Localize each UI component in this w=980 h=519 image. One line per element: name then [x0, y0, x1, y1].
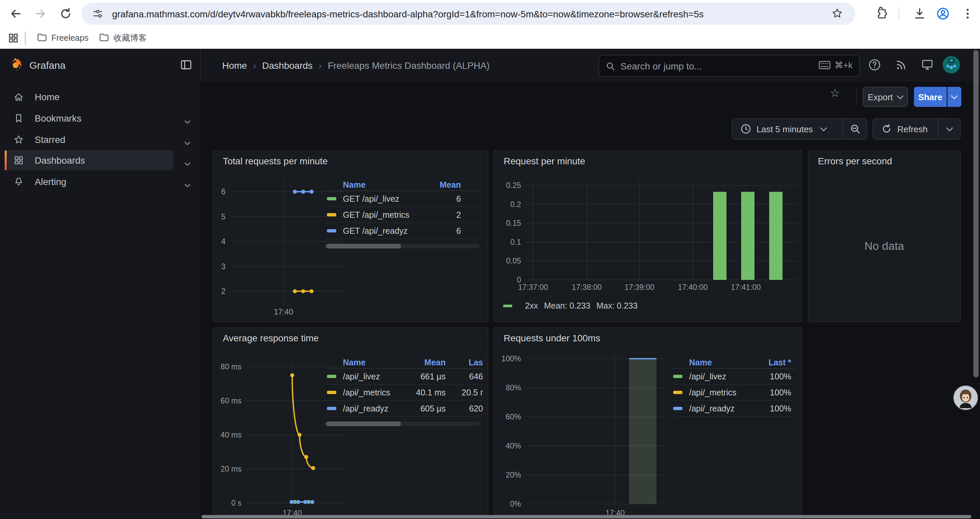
zoom-out-button[interactable]	[843, 119, 867, 139]
refresh-group: Refresh	[873, 118, 961, 140]
sidebar-item-bookmarks[interactable]: Bookmarks	[5, 108, 173, 128]
browser-menu-icon[interactable]	[961, 7, 975, 21]
grafana-logo[interactable]	[8, 57, 23, 73]
extensions-icon[interactable]	[876, 7, 890, 21]
time-range-picker[interactable]: Last 5 minutes	[732, 119, 843, 139]
legend-col-name[interactable]: Name	[327, 180, 424, 189]
legend-row[interactable]: /api/_livez100%	[673, 369, 795, 385]
legend-series-name: 2xx	[525, 301, 538, 311]
site-settings-icon[interactable]	[92, 8, 103, 19]
star-icon	[13, 134, 24, 145]
legend-series-name[interactable]: GET /api/_livez	[343, 194, 424, 203]
active-indicator	[5, 151, 7, 171]
legend-value: 6	[424, 194, 461, 203]
reload-icon[interactable]	[59, 7, 73, 21]
legend-value: 100%	[751, 372, 791, 381]
assistant-avatar[interactable]	[953, 385, 978, 410]
legend-col-name[interactable]: Name	[673, 358, 751, 367]
bookmark-folder[interactable]: Freeleaps	[37, 31, 88, 45]
search-input[interactable]: Search or jump to... ⌘+k	[598, 55, 860, 77]
legend-row[interactable]: GET /api/_metrics2	[327, 207, 480, 223]
chevron-down-icon[interactable]	[184, 158, 191, 163]
chevron-down-icon[interactable]	[184, 179, 191, 184]
share-button[interactable]: Share	[914, 87, 947, 107]
download-icon[interactable]	[913, 7, 927, 21]
legend-series-name[interactable]: GET /api/_metrics	[343, 210, 424, 219]
folder-icon	[99, 32, 110, 45]
legend-row[interactable]: /api/_metrics40.1 ms20.5 r	[327, 385, 483, 401]
time-range-group: Last 5 minutes	[732, 118, 867, 140]
legend-table: NameLast */api/_livez100%/api/_metrics10…	[673, 357, 795, 417]
apps-grid-icon[interactable]	[8, 33, 19, 43]
legend-scrollbar[interactable]	[324, 244, 480, 249]
y-tick: 60 ms	[221, 396, 242, 405]
x-tick: 17:37:00	[518, 283, 548, 292]
sidebar-item-label: Home	[35, 91, 60, 102]
horizontal-scrollbar[interactable]	[202, 515, 971, 518]
sidebar-item-starred[interactable]: Starred	[5, 129, 173, 149]
legend-row[interactable]: GET /api/_readyz6	[327, 223, 480, 239]
legend-series-name[interactable]: /api/_readyz	[343, 404, 404, 413]
legend-series-name[interactable]: /api/_metrics	[689, 388, 751, 397]
y-tick: 6	[221, 187, 226, 196]
apps-icon	[13, 155, 24, 166]
bar-2xx[interactable]	[769, 192, 783, 280]
chevron-down-icon[interactable]	[184, 115, 191, 121]
vertical-scrollbar[interactable]	[973, 50, 978, 377]
request-per-minute-chart[interactable]: 0.250.20.150.10.05017:37:0017:38:0017:39…	[494, 151, 802, 322]
legend-col[interactable]: Mean	[424, 180, 461, 189]
bookmark-folder[interactable]: 收藏博客	[99, 31, 147, 45]
help-icon[interactable]	[868, 58, 881, 72]
export-button[interactable]: Export	[862, 87, 908, 107]
breadcrumb-home[interactable]: Home	[222, 60, 247, 70]
legend-value: 661 µs	[404, 372, 445, 381]
legend-item-2xx[interactable]: 2xx Mean: 0.233 Max: 0.233	[503, 301, 638, 311]
address-bar[interactable]: grafana.mathmast.com/d/deytv4rwavabkb/fr…	[81, 3, 855, 25]
legend-row[interactable]: GET /api/_livez6	[327, 191, 480, 207]
refresh-button[interactable]: Refresh	[873, 119, 938, 139]
sidebar-toggle-icon[interactable]	[180, 58, 193, 72]
legend-series-name[interactable]: /api/_metrics	[343, 388, 404, 397]
monitor-icon[interactable]	[921, 58, 934, 72]
sidebar-item-dashboards[interactable]: Dashboards	[5, 151, 173, 171]
sidebar-item-label: Starred	[35, 134, 65, 145]
user-avatar[interactable]	[943, 56, 960, 73]
news-rss-icon[interactable]	[895, 58, 908, 72]
legend-col-name[interactable]: Name	[327, 358, 404, 367]
legend-value: 646	[445, 372, 483, 381]
refresh-interval-dropdown[interactable]	[939, 119, 960, 139]
legend-col[interactable]: Mean	[404, 358, 445, 367]
legend-row[interactable]: /api/_readyz100%	[673, 401, 795, 417]
y-tick: 0.1	[510, 238, 521, 246]
browser-profile-icon[interactable]	[936, 7, 950, 21]
bar-2xx[interactable]	[741, 192, 754, 280]
grafana-brand: Grafana	[29, 49, 65, 81]
url-text[interactable]: grafana.mathmast.com/d/deytv4rwavabkb/fr…	[112, 8, 815, 19]
legend-series-name[interactable]: GET /api/_readyz	[343, 226, 424, 235]
legend-col[interactable]: Last *	[751, 358, 791, 367]
chevron-down-icon	[951, 93, 958, 99]
share-dropdown-button[interactable]	[947, 87, 961, 107]
legend-scrollbar[interactable]	[324, 422, 480, 426]
bookmark-star-icon[interactable]	[831, 7, 843, 19]
screenshot-stage: grafana.mathmast.com/d/deytv4rwavabkb/fr…	[0, 0, 980, 519]
legend-series-name[interactable]: /api/_livez	[689, 372, 751, 381]
legend-row[interactable]: /api/_metrics100%	[673, 385, 795, 401]
breadcrumb-dashboards[interactable]: Dashboards	[262, 60, 313, 70]
legend-row[interactable]: /api/_livez661 µs646	[327, 369, 483, 385]
chevron-down-icon[interactable]	[184, 137, 191, 142]
bookmark-icon	[13, 113, 24, 124]
panel-title[interactable]: Errors per second	[818, 156, 892, 166]
bar-2xx[interactable]	[713, 192, 727, 280]
legend-series-name[interactable]: /api/_readyz	[689, 404, 751, 413]
favorite-star-icon[interactable]: ☆	[830, 86, 840, 100]
x-tick: 17:40	[274, 308, 293, 316]
forward-icon[interactable]	[33, 7, 48, 21]
sidebar-item-alerting[interactable]: Alerting	[5, 172, 173, 192]
back-icon[interactable]	[9, 7, 23, 21]
legend-col[interactable]: Las	[445, 358, 483, 367]
legend-row[interactable]: /api/_readyz605 µs620	[327, 401, 483, 417]
browser-window: grafana.mathmast.com/d/deytv4rwavabkb/fr…	[0, 0, 980, 519]
legend-series-name[interactable]: /api/_livez	[343, 372, 404, 381]
sidebar-item-home[interactable]: Home	[5, 87, 173, 107]
